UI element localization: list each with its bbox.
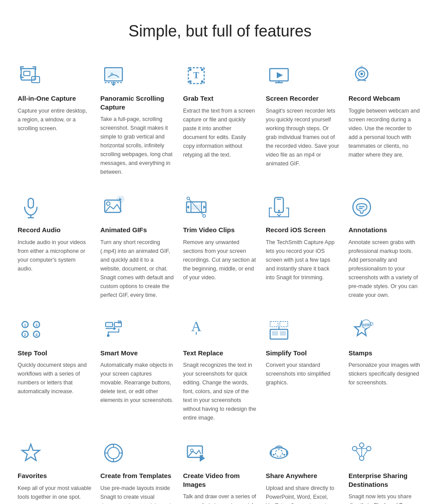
svg-point-71	[283, 454, 285, 456]
svg-point-68	[275, 449, 282, 457]
step-tool-desc: Quickly document steps and workflows wit…	[18, 361, 92, 396]
create-video-from-images-icon	[183, 440, 209, 466]
grab-text-icon: T	[183, 62, 209, 89]
create-video-from-images-title: Create Video from Images	[183, 471, 257, 489]
feature-item-text-replace: A Text ReplaceSnagit recognizes the text…	[183, 317, 257, 423]
feature-item-enterprise-sharing-destinations: Enterprise Sharing DestinationsSnagit no…	[348, 440, 422, 504]
create-from-templates-desc: Use pre-made layouts inside Snagit to cr…	[100, 484, 174, 504]
svg-point-70	[273, 454, 275, 456]
all-in-one-capture-icon	[18, 62, 44, 89]
enterprise-sharing-destinations-title: Enterprise Sharing Destinations	[348, 471, 422, 489]
feature-item-smart-move: Smart MoveAutomatically make objects in …	[100, 317, 174, 423]
svg-line-77	[356, 450, 360, 457]
favorites-desc: Keep all of your most valuable tools tog…	[18, 484, 92, 501]
svg-point-21	[106, 202, 110, 205]
enterprise-sharing-destinations-icon	[348, 440, 375, 466]
step-tool-icon: 1 2 3 4	[18, 317, 44, 343]
page-container: Simple, but full of features All-in-One …	[0, 0, 440, 504]
svg-rect-19	[28, 198, 33, 208]
all-in-one-capture-desc: Capture your entire desktop, a region, a…	[18, 106, 92, 133]
feature-item-favorites: FavoritesKeep all of your most valuable …	[18, 440, 92, 504]
feature-item-share-anywhere: Share AnywhereUpload and share directly …	[266, 440, 340, 504]
text-replace-icon: A	[183, 317, 209, 343]
record-audio-title: Record Audio	[18, 226, 61, 234]
smart-move-icon	[100, 317, 127, 343]
svg-rect-11	[189, 80, 191, 83]
svg-point-74	[359, 456, 364, 460]
share-anywhere-title: Share Anywhere	[266, 471, 317, 480]
svg-text:4: 4	[35, 332, 37, 337]
feature-item-create-from-templates: Create from TemplatesUse pre-made layout…	[100, 440, 174, 504]
favorites-title: Favorites	[18, 471, 47, 480]
enterprise-sharing-destinations-desc: Snagit now lets you share directly to Sl…	[348, 492, 422, 504]
record-ios-screen-icon	[266, 194, 292, 220]
record-ios-screen-title: Record iOS Screen	[266, 226, 326, 234]
feature-item-stamps: NEW NEW StampsPersonalize your images wi…	[348, 317, 422, 423]
stamps-icon: NEW NEW	[348, 317, 375, 343]
text-replace-title: Text Replace	[183, 349, 223, 358]
svg-rect-51	[270, 321, 278, 327]
svg-rect-44	[106, 322, 113, 327]
svg-rect-55	[280, 331, 286, 336]
annotations-title: Annotations	[348, 226, 387, 234]
svg-rect-9	[189, 69, 191, 71]
svg-line-78	[363, 450, 367, 457]
smart-move-title: Smart Move	[100, 349, 138, 358]
panoramic-scrolling-capture-title: Panoramic Scrolling Capture	[100, 94, 174, 111]
svg-point-69	[278, 447, 280, 449]
animated-gifs-icon	[100, 194, 127, 220]
simplify-tool-title: Simplify Tool	[266, 349, 307, 358]
svg-text:1: 1	[24, 323, 26, 327]
feature-item-all-in-one-capture: All-in-One CaptureCapture your entire de…	[18, 62, 92, 176]
stamps-title: Stamps	[348, 349, 372, 358]
page-title: Simple, but full of features	[18, 22, 422, 40]
trim-video-clips-icon	[183, 194, 209, 220]
share-anywhere-icon	[266, 440, 292, 466]
grab-text-title: Grab Text	[183, 94, 213, 103]
trim-video-clips-title: Trim Video Clips	[183, 226, 235, 234]
svg-marker-60	[22, 444, 40, 460]
svg-point-75	[359, 443, 364, 447]
feature-item-simplify-tool: Simplify ToolConvert your standard scree…	[266, 317, 340, 423]
record-webcam-desc: Toggle between webcam and screen recordi…	[348, 106, 422, 159]
svg-text:T: T	[193, 70, 199, 80]
feature-item-record-webcam: Record WebcamToggle between webcam and s…	[348, 62, 422, 176]
svg-text:2: 2	[24, 332, 26, 337]
feature-item-step-tool: 1 2 3 4 Step ToolQuickly document steps …	[18, 317, 92, 423]
feature-item-record-ios-screen: Record iOS ScreenThe TechSmith Capture A…	[266, 194, 340, 299]
svg-text:3: 3	[35, 323, 37, 327]
create-from-templates-title: Create from Templates	[100, 471, 171, 480]
feature-item-trim-video-clips: Trim Video ClipsRemove any unwanted sect…	[183, 194, 257, 299]
favorites-icon	[18, 440, 44, 466]
animated-gifs-desc: Turn any short recording (.mp4) into an …	[100, 238, 174, 299]
svg-text:A: A	[191, 319, 201, 334]
panoramic-scrolling-capture-desc: Take a full-page, scrolling screenshot. …	[100, 115, 174, 176]
feature-item-annotations: AnnotationsAnnotate screen grabs with pr…	[348, 194, 422, 299]
panoramic-scrolling-capture-icon	[100, 62, 127, 89]
annotations-icon	[348, 194, 375, 220]
record-webcam-title: Record Webcam	[348, 94, 400, 103]
feature-item-animated-gifs: Animated GIFsTurn any short recording (.…	[100, 194, 174, 299]
svg-rect-12	[201, 80, 203, 83]
svg-point-62	[108, 447, 119, 459]
stamps-desc: Personalize your images with stickers sp…	[348, 361, 422, 387]
svg-marker-14	[277, 72, 283, 78]
svg-rect-66	[200, 454, 205, 455]
svg-point-72	[352, 446, 357, 451]
svg-rect-52	[280, 321, 288, 327]
record-audio-desc: Include audio in your videos from either…	[18, 238, 92, 273]
annotations-desc: Annotate screen grabs with professional …	[348, 238, 422, 299]
svg-point-73	[367, 446, 371, 451]
trim-video-clips-desc: Remove any unwanted sections from your s…	[183, 238, 257, 282]
all-in-one-capture-title: All-in-One Capture	[18, 94, 76, 103]
svg-point-17	[360, 73, 363, 75]
create-from-templates-icon	[100, 440, 127, 466]
record-webcam-icon	[348, 62, 375, 89]
screen-recorder-desc: Snagit's screen recorder lets you quickl…	[266, 106, 340, 168]
feature-item-screen-recorder: Screen RecorderSnagit's screen recorder …	[266, 62, 340, 176]
record-ios-screen-desc: The TechSmith Capture App lets you recor…	[266, 238, 340, 282]
svg-rect-1	[24, 71, 30, 76]
features-grid: All-in-One CaptureCapture your entire de…	[18, 62, 422, 504]
svg-rect-10	[201, 69, 203, 71]
svg-rect-3	[33, 78, 37, 80]
